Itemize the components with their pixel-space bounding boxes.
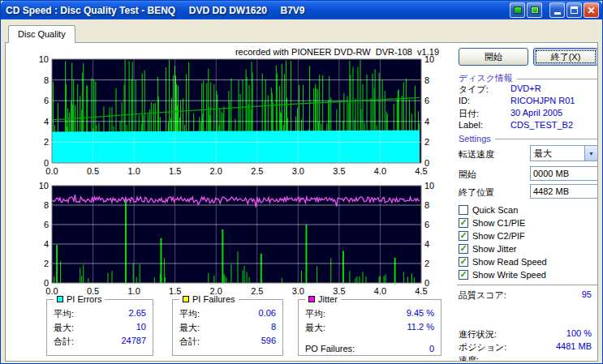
svg-text:4.5: 4.5 <box>415 286 427 296</box>
maximize-button[interactable] <box>566 2 582 18</box>
quality-score-row: 品質スコア: 95 <box>459 289 592 302</box>
checkbox-box-icon: ✓ <box>459 205 468 215</box>
stat-row: PO Failures: 0 <box>305 344 434 358</box>
progress-row: 進行状況: 100 % <box>459 328 592 340</box>
checkbox-show-write-speed[interactable]: ✓ Show Write Speed <box>459 268 598 281</box>
checkbox-label: Show C2/PIF <box>472 231 525 241</box>
stat-legend: Jitter <box>305 294 341 304</box>
disc-info-row-id: ID: RICOHJPN R01 <box>459 96 598 108</box>
transfer-speed-value: 最大 <box>531 148 584 160</box>
svg-text:2.5: 2.5 <box>251 286 263 296</box>
transfer-speed-select[interactable]: 最大 ▼ <box>530 145 598 161</box>
position-value: 4481 MB <box>556 341 592 353</box>
disc-info-row-item: タイプ: DVD+R <box>459 84 598 96</box>
checkbox-label: Show Read Speed <box>472 257 547 267</box>
svg-text:10: 10 <box>39 54 49 64</box>
checkbox-box-icon: ✓ <box>459 257 468 267</box>
options-checkbox-list: ✓ Quick Scan ✓ Show C1/PIE ✓ Show C2/PIF… <box>459 203 598 281</box>
stat-row: 平均: 2.65 <box>54 308 146 322</box>
stat-row: 最大: 11.2 % <box>305 322 434 336</box>
app-window: CD Speed : Disc Quality Test - BENQ DVD … <box>0 0 603 364</box>
stat-legend: PI Failures <box>179 294 239 304</box>
progress-value: 100 % <box>566 328 592 340</box>
legend-swatch-icon <box>57 296 63 302</box>
svg-text:8: 8 <box>44 200 49 210</box>
checkbox-quick-scan[interactable]: ✓ Quick Scan <box>459 203 598 216</box>
stat-row: 合計: 24787 <box>54 336 146 349</box>
check-mark-icon: ✓ <box>459 256 467 267</box>
checkbox-show-jitter[interactable]: ✓ Show Jitter <box>459 242 598 255</box>
checkbox-label: Show Jitter <box>472 244 516 254</box>
svg-text:10: 10 <box>424 182 434 191</box>
disc-info-list: タイプ: DVD+R ID: RICOHJPN R01 日付: 30 April… <box>459 84 598 132</box>
header-rule <box>495 139 598 140</box>
svg-text:3.0: 3.0 <box>292 166 304 176</box>
legend-label: PI Failures <box>192 294 235 304</box>
checkbox-box-icon: ✓ <box>459 218 468 228</box>
pi-errors-chart: 002244668810100.00.51.01.52.02.53.03.54.… <box>11 54 449 182</box>
svg-text:4: 4 <box>424 117 429 126</box>
disc-info-row-item: 日付: 30 April 2005 <box>459 108 598 120</box>
start-button[interactable]: 開始 <box>459 48 528 66</box>
svg-text:1.5: 1.5 <box>169 166 181 176</box>
svg-text:3.0: 3.0 <box>292 286 304 296</box>
legend-swatch-icon <box>183 296 189 302</box>
svg-text:4.0: 4.0 <box>374 286 386 296</box>
stat-row: 平均: 0.06 <box>179 308 276 322</box>
checkbox-show-read-speed[interactable]: ✓ Show Read Speed <box>459 255 598 268</box>
exit-button[interactable]: 終了(X) <box>533 48 598 66</box>
green-chart-icon <box>514 6 522 14</box>
svg-text:8: 8 <box>424 200 429 210</box>
check-mark-icon: ✓ <box>459 217 467 228</box>
end-position-input[interactable] <box>530 184 598 199</box>
start-position-input[interactable] <box>530 166 598 181</box>
svg-text:1.0: 1.0 <box>127 286 140 296</box>
svg-text:2: 2 <box>424 137 429 147</box>
svg-text:0.5: 0.5 <box>87 166 99 176</box>
svg-text:2: 2 <box>44 137 49 147</box>
titlebar-extra-button-1[interactable] <box>510 2 525 18</box>
svg-text:2: 2 <box>424 259 429 268</box>
svg-text:3.5: 3.5 <box>333 166 345 176</box>
transfer-speed-label: 転送速度 <box>459 148 494 161</box>
main-panel: recorded with PIONEER DVD-RW DVR-108 v1.… <box>5 42 598 362</box>
checkbox-label: Show C1/PIE <box>472 218 525 228</box>
checkbox-show-c1-pie[interactable]: ✓ Show C1/PIE <box>459 216 598 229</box>
minimize-button[interactable] <box>549 2 565 18</box>
checkbox-box-icon: ✓ <box>459 270 468 280</box>
svg-text:1.0: 1.0 <box>127 166 140 176</box>
stat-box-jitter: Jitter 平均: 9.45 % 最大: 11.2 % PO Failures… <box>298 299 441 356</box>
chevron-down-icon[interactable]: ▼ <box>584 146 597 161</box>
tab-disc-quality[interactable]: Disc Quality <box>8 25 75 43</box>
svg-text:6: 6 <box>424 220 429 229</box>
check-mark-icon: ✓ <box>459 269 467 280</box>
svg-text:10: 10 <box>39 182 49 191</box>
svg-text:4: 4 <box>44 117 49 126</box>
minimize-icon <box>554 12 561 15</box>
svg-text:6: 6 <box>44 96 49 105</box>
stat-row: 平均: 9.45 % <box>305 308 434 322</box>
disc-info-header: ディスク情報 <box>459 72 598 84</box>
stat-row: 最大: 10 <box>54 322 146 336</box>
stat-box-pi-failures: PI Failures 平均: 0.06 最大: 8 合計: 596 <box>172 299 283 356</box>
checkbox-label: Show Write Speed <box>472 270 546 280</box>
pi-failures-jitter-chart: 002244668810100.00.51.01.52.02.53.03.54.… <box>11 182 449 303</box>
window-title: CD Speed : Disc Quality Test - BENQ DVD … <box>1 5 305 16</box>
svg-text:4.0: 4.0 <box>374 166 386 176</box>
legend-swatch-icon <box>308 296 315 302</box>
green-page-icon <box>531 6 539 14</box>
svg-text:4: 4 <box>424 239 429 249</box>
close-button[interactable]: ✕ <box>584 2 599 18</box>
checkbox-show-c2-pif[interactable]: ✓ Show C2/PIF <box>459 229 598 242</box>
titlebar-extra-button-2[interactable] <box>527 2 542 18</box>
svg-text:0.0: 0.0 <box>45 166 58 176</box>
speed-row: 速度: <box>459 354 592 362</box>
close-icon: ✕ <box>587 6 595 15</box>
svg-text:6: 6 <box>44 220 49 229</box>
check-mark-icon: ✓ <box>459 243 467 254</box>
header-rule <box>517 79 598 80</box>
start-position-label: 開始 <box>459 169 476 181</box>
window-titlebar: CD Speed : Disc Quality Test - BENQ DVD … <box>1 1 602 19</box>
disc-info-row-label: Label: CDS_TEST_B2 <box>459 120 598 132</box>
svg-text:10: 10 <box>424 54 434 64</box>
